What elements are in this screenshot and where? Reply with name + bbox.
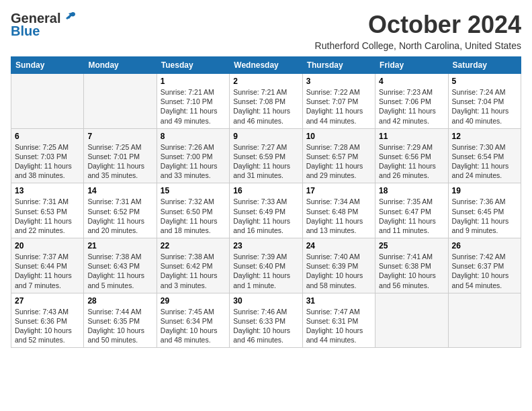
day-number: 10	[306, 132, 371, 141]
day-number: 18	[379, 186, 444, 195]
day-content: Sunrise: 7:46 AM Sunset: 6:33 PM Dayligh…	[233, 307, 298, 345]
day-content: Sunrise: 7:30 AM Sunset: 6:54 PM Dayligh…	[452, 142, 517, 181]
day-number: 4	[379, 77, 444, 86]
calendar-cell: 13Sunrise: 7:31 AM Sunset: 6:53 PM Dayli…	[11, 183, 84, 238]
calendar-header-row: SundayMondayTuesdayWednesdayThursdayFrid…	[11, 57, 521, 74]
day-content: Sunrise: 7:44 AM Sunset: 6:35 PM Dayligh…	[87, 307, 152, 345]
calendar-cell: 8Sunrise: 7:26 AM Sunset: 7:00 PM Daylig…	[157, 128, 229, 183]
day-content: Sunrise: 7:42 AM Sunset: 6:37 PM Dayligh…	[452, 252, 517, 290]
day-content: Sunrise: 7:32 AM Sunset: 6:50 PM Dayligh…	[161, 197, 226, 235]
day-number: 25	[379, 241, 444, 250]
month-title: October 2024	[315, 11, 521, 39]
day-number: 26	[452, 241, 517, 250]
day-content: Sunrise: 7:38 AM Sunset: 6:42 PM Dayligh…	[161, 252, 226, 290]
calendar-cell: 30Sunrise: 7:46 AM Sunset: 6:33 PM Dayli…	[230, 293, 302, 348]
weekday-header-saturday: Saturday	[448, 57, 521, 74]
day-content: Sunrise: 7:37 AM Sunset: 6:44 PM Dayligh…	[15, 252, 80, 290]
day-number: 13	[15, 186, 80, 195]
weekday-header-tuesday: Tuesday	[157, 57, 229, 74]
calendar-cell: 4Sunrise: 7:23 AM Sunset: 7:06 PM Daylig…	[375, 74, 448, 129]
day-number: 22	[161, 241, 226, 250]
weekday-header-monday: Monday	[84, 57, 157, 74]
day-content: Sunrise: 7:29 AM Sunset: 6:56 PM Dayligh…	[379, 142, 444, 181]
day-content: Sunrise: 7:31 AM Sunset: 6:53 PM Dayligh…	[15, 197, 80, 235]
calendar-cell: 21Sunrise: 7:38 AM Sunset: 6:43 PM Dayli…	[84, 238, 157, 293]
logo-bird-icon	[62, 10, 77, 25]
day-number: 15	[161, 186, 226, 195]
day-number: 31	[306, 296, 371, 306]
calendar-cell: 1Sunrise: 7:21 AM Sunset: 7:10 PM Daylig…	[157, 74, 229, 129]
day-content: Sunrise: 7:39 AM Sunset: 6:40 PM Dayligh…	[233, 252, 298, 290]
day-number: 23	[233, 241, 298, 250]
day-content: Sunrise: 7:40 AM Sunset: 6:39 PM Dayligh…	[306, 252, 371, 290]
calendar-cell: 2Sunrise: 7:21 AM Sunset: 7:08 PM Daylig…	[230, 74, 302, 129]
calendar-cell: 9Sunrise: 7:27 AM Sunset: 6:59 PM Daylig…	[230, 128, 302, 183]
calendar-cell: 19Sunrise: 7:36 AM Sunset: 6:45 PM Dayli…	[448, 183, 521, 238]
calendar-cell	[84, 74, 157, 129]
calendar-week-2: 6Sunrise: 7:25 AM Sunset: 7:03 PM Daylig…	[11, 128, 521, 183]
day-number: 27	[15, 296, 80, 306]
day-number: 11	[379, 132, 444, 141]
day-number: 6	[15, 132, 80, 141]
day-content: Sunrise: 7:31 AM Sunset: 6:52 PM Dayligh…	[87, 197, 152, 235]
calendar-cell: 23Sunrise: 7:39 AM Sunset: 6:40 PM Dayli…	[230, 238, 302, 293]
day-content: Sunrise: 7:28 AM Sunset: 6:57 PM Dayligh…	[306, 142, 371, 181]
calendar-cell: 26Sunrise: 7:42 AM Sunset: 6:37 PM Dayli…	[448, 238, 521, 293]
page-header: General Blue October 2024 Rutherford Col…	[11, 11, 521, 51]
calendar-cell: 11Sunrise: 7:29 AM Sunset: 6:56 PM Dayli…	[375, 128, 448, 183]
calendar-week-4: 20Sunrise: 7:37 AM Sunset: 6:44 PM Dayli…	[11, 238, 521, 293]
day-content: Sunrise: 7:27 AM Sunset: 6:59 PM Dayligh…	[233, 142, 298, 181]
day-number: 24	[306, 241, 371, 250]
calendar-cell: 15Sunrise: 7:32 AM Sunset: 6:50 PM Dayli…	[157, 183, 229, 238]
day-content: Sunrise: 7:41 AM Sunset: 6:38 PM Dayligh…	[379, 252, 444, 290]
day-content: Sunrise: 7:23 AM Sunset: 7:06 PM Dayligh…	[379, 87, 444, 126]
day-number: 17	[306, 186, 371, 195]
day-number: 2	[233, 77, 298, 86]
calendar-cell: 22Sunrise: 7:38 AM Sunset: 6:42 PM Dayli…	[157, 238, 229, 293]
day-number: 8	[161, 132, 226, 141]
day-number: 12	[452, 132, 517, 141]
day-number: 14	[87, 186, 152, 195]
day-content: Sunrise: 7:21 AM Sunset: 7:10 PM Dayligh…	[161, 87, 226, 126]
day-content: Sunrise: 7:45 AM Sunset: 6:34 PM Dayligh…	[161, 307, 226, 345]
day-number: 9	[233, 132, 298, 141]
calendar-cell: 16Sunrise: 7:33 AM Sunset: 6:49 PM Dayli…	[230, 183, 302, 238]
weekday-header-sunday: Sunday	[11, 57, 84, 74]
location-subtitle: Rutherford College, North Carolina, Unit…	[315, 40, 521, 51]
calendar-cell: 14Sunrise: 7:31 AM Sunset: 6:52 PM Dayli…	[84, 183, 157, 238]
day-content: Sunrise: 7:33 AM Sunset: 6:49 PM Dayligh…	[233, 197, 298, 235]
calendar-table: SundayMondayTuesdayWednesdayThursdayFrid…	[11, 56, 521, 348]
title-block: October 2024 Rutherford College, North C…	[315, 11, 521, 51]
day-content: Sunrise: 7:22 AM Sunset: 7:07 PM Dayligh…	[306, 87, 371, 126]
calendar-cell: 25Sunrise: 7:41 AM Sunset: 6:38 PM Dayli…	[375, 238, 448, 293]
day-number: 19	[452, 186, 517, 195]
calendar-body: 1Sunrise: 7:21 AM Sunset: 7:10 PM Daylig…	[11, 74, 521, 348]
calendar-week-5: 27Sunrise: 7:43 AM Sunset: 6:36 PM Dayli…	[11, 293, 521, 348]
calendar-cell: 5Sunrise: 7:24 AM Sunset: 7:04 PM Daylig…	[448, 74, 521, 129]
calendar-week-1: 1Sunrise: 7:21 AM Sunset: 7:10 PM Daylig…	[11, 74, 521, 129]
calendar-cell	[448, 293, 521, 348]
day-number: 29	[161, 296, 226, 306]
day-content: Sunrise: 7:47 AM Sunset: 6:31 PM Dayligh…	[306, 307, 371, 345]
weekday-header-wednesday: Wednesday	[230, 57, 302, 74]
calendar-cell: 10Sunrise: 7:28 AM Sunset: 6:57 PM Dayli…	[302, 128, 375, 183]
day-content: Sunrise: 7:26 AM Sunset: 7:00 PM Dayligh…	[161, 142, 226, 181]
day-content: Sunrise: 7:34 AM Sunset: 6:48 PM Dayligh…	[306, 197, 371, 235]
logo: General Blue	[11, 11, 77, 39]
calendar-cell: 6Sunrise: 7:25 AM Sunset: 7:03 PM Daylig…	[11, 128, 84, 183]
day-content: Sunrise: 7:43 AM Sunset: 6:36 PM Dayligh…	[15, 307, 80, 345]
day-content: Sunrise: 7:36 AM Sunset: 6:45 PM Dayligh…	[452, 197, 517, 235]
day-number: 20	[15, 241, 80, 250]
day-content: Sunrise: 7:21 AM Sunset: 7:08 PM Dayligh…	[233, 87, 298, 126]
day-number: 21	[87, 241, 152, 250]
calendar-cell: 3Sunrise: 7:22 AM Sunset: 7:07 PM Daylig…	[302, 74, 375, 129]
calendar-cell: 31Sunrise: 7:47 AM Sunset: 6:31 PM Dayli…	[302, 293, 375, 348]
calendar-cell: 24Sunrise: 7:40 AM Sunset: 6:39 PM Dayli…	[302, 238, 375, 293]
calendar-cell	[375, 293, 448, 348]
day-content: Sunrise: 7:25 AM Sunset: 7:01 PM Dayligh…	[87, 142, 152, 181]
calendar-cell: 7Sunrise: 7:25 AM Sunset: 7:01 PM Daylig…	[84, 128, 157, 183]
day-content: Sunrise: 7:24 AM Sunset: 7:04 PM Dayligh…	[452, 87, 517, 126]
calendar-cell: 20Sunrise: 7:37 AM Sunset: 6:44 PM Dayli…	[11, 238, 84, 293]
logo-blue: Blue	[11, 24, 40, 39]
calendar-cell: 17Sunrise: 7:34 AM Sunset: 6:48 PM Dayli…	[302, 183, 375, 238]
